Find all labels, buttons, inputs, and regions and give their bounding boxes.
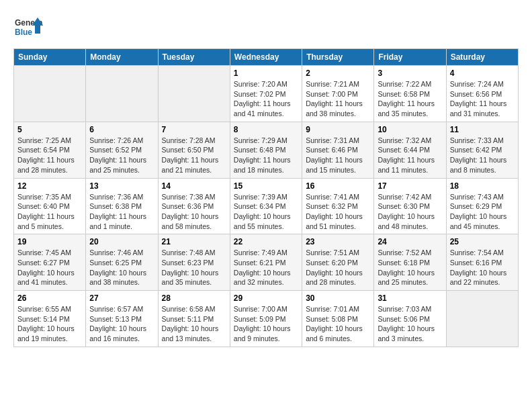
day-info: Sunrise: 7:38 AMSunset: 6:36 PMDaylight:… bbox=[162, 192, 226, 232]
weekday-header: Friday bbox=[374, 49, 446, 66]
day-info: Sunrise: 7:33 AMSunset: 6:42 PMDaylight:… bbox=[450, 136, 515, 175]
calendar-cell: 2Sunrise: 7:21 AMSunset: 7:00 PMDaylight… bbox=[302, 66, 374, 122]
calendar-cell bbox=[158, 66, 230, 122]
day-info: Sunrise: 7:41 AMSunset: 6:32 PMDaylight:… bbox=[306, 192, 370, 232]
calendar-cell bbox=[446, 291, 518, 347]
day-info: Sunrise: 7:45 AMSunset: 6:27 PMDaylight:… bbox=[17, 248, 82, 287]
calendar-cell: 7Sunrise: 7:28 AMSunset: 6:50 PMDaylight… bbox=[158, 122, 230, 178]
day-number: 16 bbox=[306, 181, 370, 191]
calendar-cell: 20Sunrise: 7:46 AMSunset: 6:25 PMDayligh… bbox=[86, 234, 158, 291]
day-number: 9 bbox=[306, 125, 370, 134]
weekday-header: Wednesday bbox=[230, 49, 302, 66]
day-number: 11 bbox=[450, 125, 515, 134]
day-number: 5 bbox=[17, 125, 82, 134]
calendar-cell: 14Sunrise: 7:38 AMSunset: 6:36 PMDayligh… bbox=[158, 178, 230, 234]
day-info: Sunrise: 7:29 AMSunset: 6:48 PMDaylight:… bbox=[234, 136, 298, 175]
calendar-week-row: 26Sunrise: 6:55 AMSunset: 5:14 PMDayligh… bbox=[14, 291, 519, 347]
day-number: 22 bbox=[234, 237, 298, 246]
day-info: Sunrise: 6:58 AMSunset: 5:11 PMDaylight:… bbox=[162, 304, 226, 344]
calendar-cell: 28Sunrise: 6:58 AMSunset: 5:11 PMDayligh… bbox=[158, 291, 230, 347]
day-number: 25 bbox=[450, 237, 515, 246]
day-info: Sunrise: 7:35 AMSunset: 6:40 PMDaylight:… bbox=[17, 192, 82, 232]
day-number: 26 bbox=[17, 293, 82, 303]
day-number: 18 bbox=[450, 181, 515, 191]
day-info: Sunrise: 6:55 AMSunset: 5:14 PMDaylight:… bbox=[17, 304, 82, 344]
day-info: Sunrise: 7:28 AMSunset: 6:50 PMDaylight:… bbox=[162, 136, 226, 175]
day-number: 19 bbox=[17, 237, 82, 246]
calendar-cell: 12Sunrise: 7:35 AMSunset: 6:40 PMDayligh… bbox=[14, 178, 86, 234]
weekday-header-row: SundayMondayTuesdayWednesdayThursdayFrid… bbox=[14, 49, 519, 66]
day-info: Sunrise: 7:36 AMSunset: 6:38 PMDaylight:… bbox=[89, 192, 154, 232]
day-number: 27 bbox=[89, 293, 154, 303]
calendar-cell: 15Sunrise: 7:39 AMSunset: 6:34 PMDayligh… bbox=[230, 178, 302, 234]
calendar-cell: 21Sunrise: 7:48 AMSunset: 6:23 PMDayligh… bbox=[158, 234, 230, 291]
calendar-cell: 4Sunrise: 7:24 AMSunset: 6:56 PMDaylight… bbox=[446, 66, 518, 122]
calendar-cell: 8Sunrise: 7:29 AMSunset: 6:48 PMDaylight… bbox=[230, 122, 302, 178]
calendar-cell: 5Sunrise: 7:25 AMSunset: 6:54 PMDaylight… bbox=[14, 122, 86, 178]
day-number: 14 bbox=[162, 181, 226, 191]
header: General Blue bbox=[13, 13, 519, 43]
day-info: Sunrise: 7:46 AMSunset: 6:25 PMDaylight:… bbox=[89, 248, 154, 287]
day-number: 24 bbox=[378, 237, 442, 246]
day-info: Sunrise: 6:57 AMSunset: 5:13 PMDaylight:… bbox=[89, 304, 154, 344]
day-number: 4 bbox=[450, 68, 515, 78]
calendar-cell: 27Sunrise: 6:57 AMSunset: 5:13 PMDayligh… bbox=[86, 291, 158, 347]
day-number: 6 bbox=[89, 125, 154, 134]
calendar-cell: 31Sunrise: 7:03 AMSunset: 5:06 PMDayligh… bbox=[374, 291, 446, 347]
day-info: Sunrise: 7:39 AMSunset: 6:34 PMDaylight:… bbox=[234, 192, 298, 232]
day-info: Sunrise: 7:21 AMSunset: 7:00 PMDaylight:… bbox=[306, 79, 370, 119]
calendar-cell: 19Sunrise: 7:45 AMSunset: 6:27 PMDayligh… bbox=[14, 234, 86, 291]
calendar-week-row: 19Sunrise: 7:45 AMSunset: 6:27 PMDayligh… bbox=[14, 234, 519, 291]
day-number: 15 bbox=[234, 181, 298, 191]
day-info: Sunrise: 7:32 AMSunset: 6:44 PMDaylight:… bbox=[378, 136, 442, 175]
calendar-cell: 25Sunrise: 7:54 AMSunset: 6:16 PMDayligh… bbox=[446, 234, 518, 291]
day-number: 28 bbox=[162, 293, 226, 303]
weekday-header: Monday bbox=[86, 49, 158, 66]
day-number: 23 bbox=[306, 237, 370, 246]
day-number: 2 bbox=[306, 68, 370, 78]
calendar-cell: 29Sunrise: 7:00 AMSunset: 5:09 PMDayligh… bbox=[230, 291, 302, 347]
calendar-week-row: 1Sunrise: 7:20 AMSunset: 7:02 PMDaylight… bbox=[14, 66, 519, 122]
calendar-cell: 11Sunrise: 7:33 AMSunset: 6:42 PMDayligh… bbox=[446, 122, 518, 178]
calendar-cell: 22Sunrise: 7:49 AMSunset: 6:21 PMDayligh… bbox=[230, 234, 302, 291]
calendar-cell: 24Sunrise: 7:52 AMSunset: 6:18 PMDayligh… bbox=[374, 234, 446, 291]
weekday-header: Saturday bbox=[446, 49, 518, 66]
calendar-cell: 17Sunrise: 7:42 AMSunset: 6:30 PMDayligh… bbox=[374, 178, 446, 234]
calendar-cell bbox=[86, 66, 158, 122]
day-info: Sunrise: 7:51 AMSunset: 6:20 PMDaylight:… bbox=[306, 248, 370, 287]
day-info: Sunrise: 7:31 AMSunset: 6:46 PMDaylight:… bbox=[306, 136, 370, 175]
calendar-cell: 6Sunrise: 7:26 AMSunset: 6:52 PMDaylight… bbox=[86, 122, 158, 178]
calendar-cell: 1Sunrise: 7:20 AMSunset: 7:02 PMDaylight… bbox=[230, 66, 302, 122]
page: General Blue SundayMondayTuesdayWednesda… bbox=[0, 0, 532, 354]
day-info: Sunrise: 7:42 AMSunset: 6:30 PMDaylight:… bbox=[378, 192, 442, 232]
day-number: 13 bbox=[89, 181, 154, 191]
day-number: 17 bbox=[378, 181, 442, 191]
calendar-cell: 9Sunrise: 7:31 AMSunset: 6:46 PMDaylight… bbox=[302, 122, 374, 178]
calendar-cell: 16Sunrise: 7:41 AMSunset: 6:32 PMDayligh… bbox=[302, 178, 374, 234]
weekday-header: Sunday bbox=[14, 49, 86, 66]
calendar-table: SundayMondayTuesdayWednesdayThursdayFrid… bbox=[13, 48, 519, 347]
day-number: 20 bbox=[89, 237, 154, 246]
day-number: 8 bbox=[234, 125, 298, 134]
day-info: Sunrise: 7:26 AMSunset: 6:52 PMDaylight:… bbox=[89, 136, 154, 175]
day-number: 29 bbox=[234, 293, 298, 303]
day-info: Sunrise: 7:43 AMSunset: 6:29 PMDaylight:… bbox=[450, 192, 515, 232]
day-number: 1 bbox=[234, 68, 298, 78]
day-info: Sunrise: 7:03 AMSunset: 5:06 PMDaylight:… bbox=[378, 304, 442, 344]
day-number: 21 bbox=[162, 237, 226, 246]
day-info: Sunrise: 7:24 AMSunset: 6:56 PMDaylight:… bbox=[450, 79, 515, 119]
day-info: Sunrise: 7:25 AMSunset: 6:54 PMDaylight:… bbox=[17, 136, 82, 175]
day-info: Sunrise: 7:49 AMSunset: 6:21 PMDaylight:… bbox=[234, 248, 298, 287]
day-info: Sunrise: 7:52 AMSunset: 6:18 PMDaylight:… bbox=[378, 248, 442, 287]
calendar-cell: 18Sunrise: 7:43 AMSunset: 6:29 PMDayligh… bbox=[446, 178, 518, 234]
calendar-cell: 10Sunrise: 7:32 AMSunset: 6:44 PMDayligh… bbox=[374, 122, 446, 178]
day-number: 12 bbox=[17, 181, 82, 191]
day-number: 10 bbox=[378, 125, 442, 134]
day-number: 31 bbox=[378, 293, 442, 303]
logo: General Blue bbox=[13, 13, 43, 43]
day-number: 3 bbox=[378, 68, 442, 78]
day-number: 7 bbox=[162, 125, 226, 134]
calendar-cell: 13Sunrise: 7:36 AMSunset: 6:38 PMDayligh… bbox=[86, 178, 158, 234]
calendar-week-row: 12Sunrise: 7:35 AMSunset: 6:40 PMDayligh… bbox=[14, 178, 519, 234]
calendar-cell: 26Sunrise: 6:55 AMSunset: 5:14 PMDayligh… bbox=[14, 291, 86, 347]
